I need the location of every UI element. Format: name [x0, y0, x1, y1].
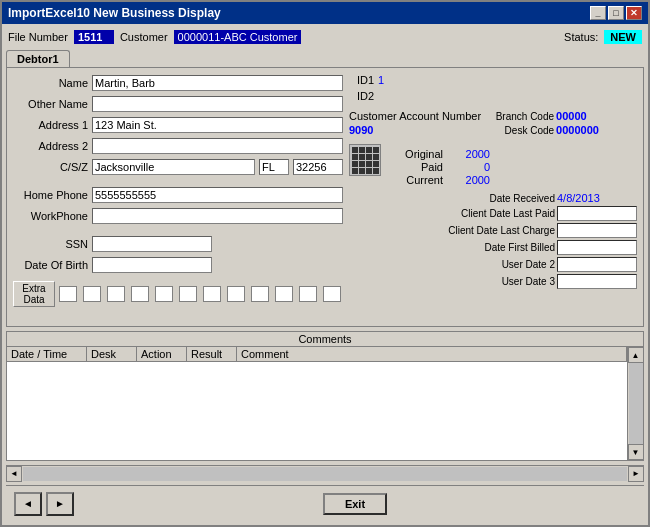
extra-data-4[interactable]	[131, 286, 149, 302]
state-input[interactable]	[259, 159, 289, 175]
date-received-row: Date Received 4/8/2013	[349, 192, 637, 204]
extra-data-8[interactable]	[227, 286, 245, 302]
home-phone-input[interactable]	[92, 187, 343, 203]
ssn-row: SSN	[13, 235, 343, 253]
client-date-charge-label: Client Date Last Charge	[349, 225, 555, 236]
dob-row: Date Of Birth	[13, 256, 343, 274]
user-date2-label: User Date 2	[349, 259, 555, 270]
next-icon: ►	[55, 498, 65, 509]
client-date-charge-row: Client Date Last Charge	[349, 223, 637, 238]
csz-label: C/S/Z	[13, 161, 88, 173]
col-header-datetime: Date / Time	[7, 347, 87, 361]
work-phone-row: WorkPhone	[13, 207, 343, 225]
client-date-charge-input[interactable]	[557, 223, 637, 238]
user-date3-row: User Date 3	[349, 274, 637, 289]
next-button[interactable]: ►	[46, 492, 74, 516]
minimize-button[interactable]: _	[590, 6, 606, 20]
work-phone-input[interactable]	[92, 208, 343, 224]
address1-row: Address 1	[13, 116, 343, 134]
address2-input[interactable]	[92, 138, 343, 154]
tab-content: Name Other Name Address 1 Address 2	[6, 67, 644, 327]
branch-code-label: Branch Code	[489, 111, 554, 122]
col-header-desk: Desk	[87, 347, 137, 361]
desk-code-value: 0000000	[556, 124, 599, 136]
address1-input[interactable]	[92, 117, 343, 133]
extra-data-11[interactable]	[299, 286, 317, 302]
dob-input[interactable]	[92, 257, 212, 273]
name-row: Name	[13, 74, 343, 92]
prev-button[interactable]: ◄	[14, 492, 42, 516]
ssn-input[interactable]	[92, 236, 212, 252]
extra-data-12[interactable]	[323, 286, 341, 302]
desk-code-label: Desk Code	[489, 125, 554, 136]
extra-data-5[interactable]	[155, 286, 173, 302]
other-name-input[interactable]	[92, 96, 343, 112]
status-label: Status:	[564, 31, 598, 43]
scroll-right-button[interactable]: ►	[628, 466, 644, 482]
codes-section: Branch Code 00000 Desk Code 0000000	[489, 110, 599, 136]
user-date3-input[interactable]	[557, 274, 637, 289]
scroll-track	[629, 363, 643, 444]
date-first-billed-row: Date First Billed	[349, 240, 637, 255]
tab-header: Debtor1	[6, 50, 644, 67]
date-first-billed-input[interactable]	[557, 240, 637, 255]
extra-data-1[interactable]	[59, 286, 77, 302]
maximize-button[interactable]: □	[608, 6, 624, 20]
dob-label: Date Of Birth	[13, 259, 88, 271]
id1-value: 1	[378, 74, 408, 86]
zip-input[interactable]	[293, 159, 343, 175]
tab-section: Debtor1 Name Other Name Address 1	[6, 50, 644, 327]
horizontal-scrollbar: ◄ ►	[6, 465, 644, 481]
file-number-value: 1511	[74, 30, 114, 44]
desk-code-row: Desk Code 0000000	[489, 124, 599, 136]
branch-code-row: Branch Code 00000	[489, 110, 599, 122]
customer-value: 0000011-ABC Customer	[174, 30, 302, 44]
extra-data-9[interactable]	[251, 286, 269, 302]
city-input[interactable]	[92, 159, 255, 175]
exit-button[interactable]: Exit	[323, 493, 387, 515]
home-phone-row: Home Phone	[13, 186, 343, 204]
extra-data-2[interactable]	[83, 286, 101, 302]
tab-debtor1[interactable]: Debtor1	[6, 50, 70, 67]
grid-icon[interactable]	[349, 144, 381, 176]
prev-icon: ◄	[23, 498, 33, 509]
nav-buttons: ◄ ►	[14, 492, 74, 516]
h-scroll-track	[23, 467, 627, 481]
id1-row: ID1 1	[349, 74, 637, 86]
id2-label: ID2	[349, 90, 374, 102]
address2-row: Address 2	[13, 137, 343, 155]
top-bar: File Number 1511 Customer 0000011-ABC Cu…	[6, 28, 644, 46]
extra-data-10[interactable]	[275, 286, 293, 302]
other-name-label: Other Name	[13, 98, 88, 110]
left-panel: Name Other Name Address 1 Address 2	[13, 74, 343, 320]
date-first-billed-label: Date First Billed	[349, 242, 555, 253]
scroll-left-button[interactable]: ◄	[6, 466, 22, 482]
date-received-label: Date Received	[349, 193, 555, 204]
content-area: File Number 1511 Customer 0000011-ABC Cu…	[2, 24, 648, 525]
current-row: Current 2000	[393, 174, 490, 186]
current-label: Current	[393, 174, 443, 186]
scroll-up-button[interactable]: ▲	[628, 347, 644, 363]
customer-label: Customer	[120, 31, 168, 43]
extra-data-7[interactable]	[203, 286, 221, 302]
scroll-down-button[interactable]: ▼	[628, 444, 644, 460]
col-header-action: Action	[137, 347, 187, 361]
extra-data-6[interactable]	[179, 286, 197, 302]
name-label: Name	[13, 77, 88, 89]
client-date-paid-input[interactable]	[557, 206, 637, 221]
id2-row: ID2	[349, 90, 637, 102]
user-date2-row: User Date 2	[349, 257, 637, 272]
amount-section: Original 2000 Paid 0 Current 2000	[393, 148, 490, 186]
col-header-result: Result	[187, 347, 237, 361]
user-date2-input[interactable]	[557, 257, 637, 272]
close-button[interactable]: ✕	[626, 6, 642, 20]
title-bar: ImportExcel10 New Business Display _ □ ✕	[2, 2, 648, 24]
file-number-label: File Number	[8, 31, 68, 43]
name-input[interactable]	[92, 75, 343, 91]
extra-data-row: Extra Data	[13, 281, 343, 307]
client-date-paid-label: Client Date Last Paid	[349, 208, 555, 219]
extra-data-button[interactable]: Extra Data	[13, 281, 55, 307]
vertical-scrollbar[interactable]: ▲ ▼	[627, 347, 643, 460]
address2-label: Address 2	[13, 140, 88, 152]
extra-data-3[interactable]	[107, 286, 125, 302]
